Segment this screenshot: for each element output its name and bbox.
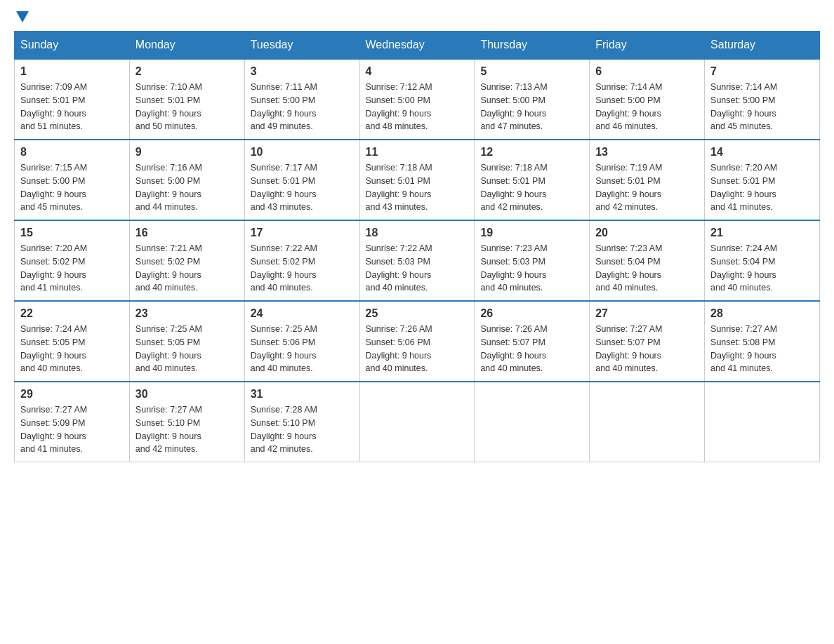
- day-info: Sunrise: 7:21 AMSunset: 5:02 PMDaylight:…: [135, 242, 239, 295]
- calendar-cell: 31Sunrise: 7:28 AMSunset: 5:10 PMDayligh…: [244, 382, 359, 462]
- day-of-week-header: Monday: [129, 32, 244, 60]
- day-of-week-header: Sunday: [15, 32, 130, 60]
- day-info: Sunrise: 7:19 AMSunset: 5:01 PMDaylight:…: [595, 161, 699, 214]
- day-number: 9: [135, 146, 239, 159]
- day-number: 27: [595, 307, 699, 320]
- calendar-cell: 24Sunrise: 7:25 AMSunset: 5:06 PMDayligh…: [244, 301, 359, 382]
- calendar-cell: 1Sunrise: 7:09 AMSunset: 5:01 PMDaylight…: [15, 59, 130, 140]
- day-number: 21: [710, 227, 814, 239]
- calendar-cell: 13Sunrise: 7:19 AMSunset: 5:01 PMDayligh…: [590, 140, 705, 220]
- day-info: Sunrise: 7:10 AMSunset: 5:01 PMDaylight:…: [135, 81, 239, 133]
- day-info: Sunrise: 7:14 AMSunset: 5:00 PMDaylight:…: [595, 81, 699, 133]
- day-info: Sunrise: 7:23 AMSunset: 5:04 PMDaylight:…: [595, 242, 699, 295]
- day-number: 25: [366, 307, 469, 320]
- calendar-cell: 2Sunrise: 7:10 AMSunset: 5:01 PMDaylight…: [129, 59, 244, 140]
- day-info: Sunrise: 7:24 AMSunset: 5:05 PMDaylight:…: [20, 323, 124, 375]
- day-of-week-header: Saturday: [705, 32, 820, 60]
- day-info: Sunrise: 7:16 AMSunset: 5:00 PMDaylight:…: [135, 161, 239, 214]
- calendar-cell: 3Sunrise: 7:11 AMSunset: 5:00 PMDaylight…: [244, 59, 359, 140]
- day-number: 22: [20, 307, 124, 320]
- day-number: 29: [20, 388, 124, 401]
- day-number: 14: [710, 146, 814, 159]
- calendar-cell: 5Sunrise: 7:13 AMSunset: 5:00 PMDaylight…: [475, 59, 590, 140]
- day-info: Sunrise: 7:22 AMSunset: 5:03 PMDaylight:…: [366, 242, 469, 295]
- calendar-cell: 14Sunrise: 7:20 AMSunset: 5:01 PMDayligh…: [705, 140, 820, 220]
- day-info: Sunrise: 7:11 AMSunset: 5:00 PMDaylight:…: [251, 81, 354, 133]
- calendar-cell: 25Sunrise: 7:26 AMSunset: 5:06 PMDayligh…: [359, 301, 475, 382]
- day-info: Sunrise: 7:25 AMSunset: 5:06 PMDaylight:…: [251, 323, 354, 375]
- day-number: 11: [366, 146, 469, 159]
- day-info: Sunrise: 7:15 AMSunset: 5:00 PMDaylight:…: [20, 161, 124, 214]
- day-number: 24: [251, 307, 354, 320]
- calendar-cell: 12Sunrise: 7:18 AMSunset: 5:01 PMDayligh…: [475, 140, 590, 220]
- day-info: Sunrise: 7:18 AMSunset: 5:01 PMDaylight:…: [480, 161, 583, 214]
- day-info: Sunrise: 7:27 AMSunset: 5:07 PMDaylight:…: [595, 323, 699, 375]
- calendar-cell: 22Sunrise: 7:24 AMSunset: 5:05 PMDayligh…: [15, 301, 130, 382]
- calendar-week-row: 15Sunrise: 7:20 AMSunset: 5:02 PMDayligh…: [15, 220, 820, 301]
- day-number: 19: [480, 227, 583, 239]
- calendar-cell: 23Sunrise: 7:25 AMSunset: 5:05 PMDayligh…: [129, 301, 244, 382]
- day-number: 23: [135, 307, 239, 320]
- calendar-cell: [705, 382, 820, 462]
- day-info: Sunrise: 7:27 AMSunset: 5:09 PMDaylight:…: [20, 403, 124, 456]
- calendar-cell: 21Sunrise: 7:24 AMSunset: 5:04 PMDayligh…: [705, 220, 820, 301]
- day-number: 15: [20, 227, 124, 239]
- calendar-cell: 20Sunrise: 7:23 AMSunset: 5:04 PMDayligh…: [590, 220, 705, 301]
- day-number: 8: [20, 146, 124, 159]
- day-number: 26: [480, 307, 583, 320]
- day-number: 28: [710, 307, 814, 320]
- calendar-cell: [475, 382, 590, 462]
- day-info: Sunrise: 7:09 AMSunset: 5:01 PMDaylight:…: [20, 81, 124, 133]
- logo-triangle-icon: [16, 11, 29, 22]
- day-number: 4: [366, 65, 469, 78]
- day-number: 12: [480, 146, 583, 159]
- calendar-week-row: 1Sunrise: 7:09 AMSunset: 5:01 PMDaylight…: [15, 59, 820, 140]
- calendar-cell: 15Sunrise: 7:20 AMSunset: 5:02 PMDayligh…: [15, 220, 130, 301]
- day-of-week-header: Tuesday: [244, 32, 359, 60]
- day-info: Sunrise: 7:22 AMSunset: 5:02 PMDaylight:…: [251, 242, 354, 295]
- calendar-cell: 9Sunrise: 7:16 AMSunset: 5:00 PMDaylight…: [129, 140, 244, 220]
- day-info: Sunrise: 7:17 AMSunset: 5:01 PMDaylight:…: [251, 161, 354, 214]
- day-number: 20: [595, 227, 699, 239]
- day-info: Sunrise: 7:27 AMSunset: 5:10 PMDaylight:…: [135, 403, 239, 456]
- calendar-cell: [590, 382, 705, 462]
- calendar-cell: 7Sunrise: 7:14 AMSunset: 5:00 PMDaylight…: [705, 59, 820, 140]
- calendar-header-row: SundayMondayTuesdayWednesdayThursdayFrid…: [15, 32, 820, 60]
- day-number: 16: [135, 227, 239, 239]
- day-number: 31: [251, 388, 354, 401]
- day-number: 10: [251, 146, 354, 159]
- day-info: Sunrise: 7:20 AMSunset: 5:02 PMDaylight:…: [20, 242, 124, 295]
- day-of-week-header: Friday: [590, 32, 705, 60]
- calendar-week-row: 22Sunrise: 7:24 AMSunset: 5:05 PMDayligh…: [15, 301, 820, 382]
- day-number: 18: [366, 227, 469, 239]
- day-info: Sunrise: 7:25 AMSunset: 5:05 PMDaylight:…: [135, 323, 239, 375]
- calendar-table: SundayMondayTuesdayWednesdayThursdayFrid…: [14, 31, 820, 462]
- day-info: Sunrise: 7:14 AMSunset: 5:00 PMDaylight:…: [710, 81, 814, 133]
- logo: [14, 14, 29, 20]
- day-info: Sunrise: 7:12 AMSunset: 5:00 PMDaylight:…: [366, 81, 469, 133]
- calendar-cell: 4Sunrise: 7:12 AMSunset: 5:00 PMDaylight…: [359, 59, 475, 140]
- day-info: Sunrise: 7:18 AMSunset: 5:01 PMDaylight:…: [366, 161, 469, 214]
- day-info: Sunrise: 7:26 AMSunset: 5:07 PMDaylight:…: [480, 323, 583, 375]
- calendar-week-row: 8Sunrise: 7:15 AMSunset: 5:00 PMDaylight…: [15, 140, 820, 220]
- day-number: 1: [20, 65, 124, 78]
- calendar-cell: [359, 382, 475, 462]
- day-number: 17: [251, 227, 354, 239]
- calendar-cell: 10Sunrise: 7:17 AMSunset: 5:01 PMDayligh…: [244, 140, 359, 220]
- day-of-week-header: Wednesday: [359, 32, 475, 60]
- day-info: Sunrise: 7:26 AMSunset: 5:06 PMDaylight:…: [366, 323, 469, 375]
- calendar-cell: 16Sunrise: 7:21 AMSunset: 5:02 PMDayligh…: [129, 220, 244, 301]
- day-number: 3: [251, 65, 354, 78]
- calendar-cell: 19Sunrise: 7:23 AMSunset: 5:03 PMDayligh…: [475, 220, 590, 301]
- calendar-cell: 6Sunrise: 7:14 AMSunset: 5:00 PMDaylight…: [590, 59, 705, 140]
- day-info: Sunrise: 7:28 AMSunset: 5:10 PMDaylight:…: [251, 403, 354, 456]
- calendar-cell: 27Sunrise: 7:27 AMSunset: 5:07 PMDayligh…: [590, 301, 705, 382]
- page-header: [14, 14, 820, 20]
- day-number: 13: [595, 146, 699, 159]
- calendar-cell: 28Sunrise: 7:27 AMSunset: 5:08 PMDayligh…: [705, 301, 820, 382]
- day-info: Sunrise: 7:23 AMSunset: 5:03 PMDaylight:…: [480, 242, 583, 295]
- day-info: Sunrise: 7:13 AMSunset: 5:00 PMDaylight:…: [480, 81, 583, 133]
- calendar-cell: 11Sunrise: 7:18 AMSunset: 5:01 PMDayligh…: [359, 140, 475, 220]
- calendar-cell: 8Sunrise: 7:15 AMSunset: 5:00 PMDaylight…: [15, 140, 130, 220]
- calendar-cell: 29Sunrise: 7:27 AMSunset: 5:09 PMDayligh…: [15, 382, 130, 462]
